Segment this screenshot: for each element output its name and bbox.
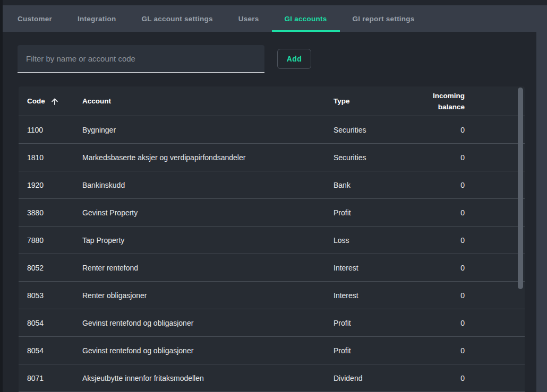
cell-balance: 0: [423, 153, 473, 162]
cell-type: Securities: [325, 126, 423, 134]
window-left-edge: [0, 0, 3, 392]
cell-balance: 0: [423, 291, 473, 300]
table-row[interactable]: 1810 Markedsbaserte aksjer og verdipapir…: [19, 144, 525, 171]
table-row[interactable]: 8054 Gevinst rentefond og obligasjoner P…: [19, 337, 525, 364]
accounts-table: Code Account Type Incoming balance 1100 …: [19, 86, 525, 392]
cell-type: Interest: [325, 264, 423, 272]
cell-code: 8052: [19, 264, 74, 272]
tab-label: Gl accounts: [285, 15, 327, 23]
tab-label: GL account settings: [142, 15, 213, 23]
table-row[interactable]: 7880 Tap Property Loss 0: [19, 227, 525, 254]
cell-balance: 0: [423, 208, 473, 217]
table-row[interactable]: 8071 Aksjeutbytte innenfor fritaksmodell…: [19, 364, 525, 392]
column-header-account[interactable]: Account: [74, 97, 325, 105]
cell-balance: 0: [423, 236, 473, 245]
column-header-type[interactable]: Type: [325, 97, 423, 105]
tab-bar: Customer Integration GL account settings…: [3, 5, 536, 32]
cell-code: 1920: [19, 181, 74, 189]
table-body: 1100 Bygninger Securities 0 1810 Markeds…: [19, 116, 525, 392]
tab-users[interactable]: Users: [226, 5, 272, 32]
table-row[interactable]: 8053 Renter obligasjoner Interest 0: [19, 282, 525, 309]
cell-account: Renter rentefond: [74, 264, 325, 272]
tab-label: Customer: [18, 15, 52, 23]
cell-type: Securities: [325, 153, 423, 162]
table-scrollbar-thumb[interactable]: [518, 88, 523, 289]
filter-field: [18, 45, 264, 73]
cell-type: Profit: [325, 346, 423, 355]
cell-balance: 0: [423, 264, 473, 272]
toolbar: Add: [18, 45, 536, 73]
cell-code: 8054: [19, 346, 74, 355]
cell-account: Bygninger: [74, 126, 325, 134]
cell-code: 8054: [19, 319, 74, 327]
add-button[interactable]: Add: [277, 49, 311, 69]
cell-account: Tap Property: [74, 236, 325, 245]
cell-type: Interest: [325, 291, 423, 300]
cell-code: 8053: [19, 291, 74, 300]
cell-account: Gevinst Property: [74, 208, 325, 217]
cell-balance: 0: [423, 319, 473, 327]
cell-type: Profit: [325, 319, 423, 327]
tab-gl-account-settings[interactable]: GL account settings: [129, 5, 226, 32]
cell-code: 1810: [19, 153, 74, 162]
table-header-row: Code Account Type Incoming balance: [19, 86, 525, 116]
cell-code: 7880: [19, 236, 74, 245]
cell-balance: 0: [423, 181, 473, 189]
column-header-code-label: Code: [27, 97, 45, 105]
cell-account: Gevinst rentefond og obligasjoner: [74, 319, 325, 327]
cell-code: 1100: [19, 126, 74, 134]
column-header-incoming-balance[interactable]: Incoming balance: [423, 90, 473, 112]
gl-accounts-panel: Add Code Account Type Incoming balance 1…: [3, 32, 536, 392]
cell-type: Bank: [325, 181, 423, 189]
table-row[interactable]: 8054 Gevinst rentefond og obligasjoner P…: [19, 309, 525, 337]
column-header-code[interactable]: Code: [19, 97, 74, 106]
tab-label: Integration: [78, 15, 116, 23]
tab-gl-report-settings[interactable]: Gl report settings: [340, 5, 428, 32]
cell-account: Bankinskudd: [74, 181, 325, 189]
tab-customer[interactable]: Customer: [5, 5, 65, 32]
table-row[interactable]: 8052 Renter rentefond Interest 0: [19, 254, 525, 282]
tab-label: Users: [238, 15, 259, 23]
cell-code: 3880: [19, 208, 74, 217]
tab-label: Gl report settings: [353, 15, 415, 23]
cell-account: Renter obligasjoner: [74, 291, 325, 300]
cell-type: Dividend: [325, 374, 423, 382]
cell-type: Profit: [325, 208, 423, 217]
cell-type: Loss: [325, 236, 423, 245]
cell-code: 8071: [19, 374, 74, 382]
window-scrollbar-gutter: [536, 0, 547, 392]
table-row[interactable]: 1100 Bygninger Securities 0: [19, 116, 525, 144]
cell-account: Markedsbaserte aksjer og verdipapirfonds…: [74, 153, 325, 162]
cell-balance: 0: [423, 374, 473, 382]
cell-balance: 0: [423, 346, 473, 355]
table-row[interactable]: 1920 Bankinskudd Bank 0: [19, 171, 525, 199]
sort-ascending-icon[interactable]: [50, 97, 59, 106]
tab-gl-accounts[interactable]: Gl accounts: [272, 5, 340, 32]
window-top-edge: [0, 0, 547, 5]
tab-integration[interactable]: Integration: [65, 5, 129, 32]
table-row[interactable]: 3880 Gevinst Property Profit 0: [19, 199, 525, 227]
filter-input[interactable]: [18, 45, 264, 72]
cell-account: Aksjeutbytte innenfor fritaksmodellen: [74, 374, 325, 382]
cell-account: Gevinst rentefond og obligasjoner: [74, 346, 325, 355]
cell-balance: 0: [423, 126, 473, 134]
